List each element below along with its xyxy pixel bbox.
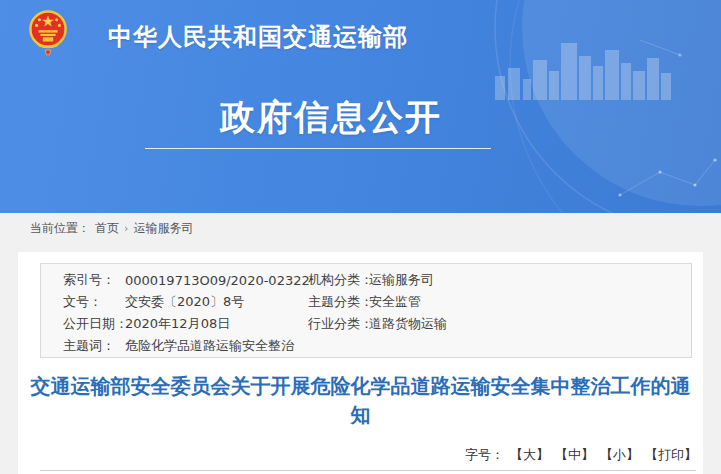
meta-label: 主题词： [63,337,125,355]
meta-value: 2020年12月08日 [125,315,308,333]
meta-value: 交安委〔2020〕8号 [125,293,308,311]
document-title: 交通运输部安全委员会关于开展危险化学品道路运输安全集中整治工作的通知 [29,372,692,430]
banner-title: 政府信息公开 [0,94,662,141]
breadcrumb-link-home[interactable]: 首页 [95,220,119,237]
meta-value: 道路货物运输 [369,315,691,333]
meta-label: 文号： [63,293,125,311]
print-button[interactable]: 【打印】 [645,446,697,464]
site-logo[interactable]: 中华人民共和国交通运输部 [29,7,67,57]
site-name: 中华人民共和国交通运输部 [108,21,408,53]
national-emblem-icon [29,9,67,56]
font-size-label: 字号： [465,446,504,464]
meta-value: 000019713O09/2020-02322 [125,273,308,288]
meta-label: 公开日期： [63,315,125,333]
meta-value: 运输服务司 [369,271,691,289]
table-row: 文号： 交安委〔2020〕8号 主题分类： 安全监管 [41,291,691,313]
meta-label: 机构分类： [308,271,369,289]
meta-value: 危险化学品道路运输安全整治 [125,337,308,355]
site-banner: 中华人民共和国交通运输部 政府信息公开 [0,0,721,213]
meta-label: 索引号： [63,271,125,289]
toolbar-divider [40,470,696,471]
breadcrumb-separator-icon: › [124,222,128,235]
breadcrumb-label: 当前位置： [30,220,90,237]
font-medium-button[interactable]: 【中】 [555,446,594,464]
breadcrumb-current[interactable]: 运输服务司 [133,220,193,237]
font-large-button[interactable]: 【大】 [510,446,549,464]
meta-value: 安全监管 [369,293,691,311]
table-row: 主题词： 危险化学品道路运输安全整治 [41,335,691,357]
font-size-toolbar: 字号： 【大】 【中】 【小】 【打印】 [465,446,697,464]
table-row: 公开日期： 2020年12月08日 行业分类： 道路货物运输 [41,313,691,335]
table-row: 索引号： 000019713O09/2020-02322 机构分类： 运输服务司 [41,269,691,291]
font-small-button[interactable]: 【小】 [600,446,639,464]
meta-label: 主题分类： [308,293,369,311]
meta-table: 索引号： 000019713O09/2020-02322 机构分类： 运输服务司… [40,263,692,358]
breadcrumb: 当前位置： 首页 › 运输服务司 [30,220,193,237]
meta-label: 行业分类： [308,315,369,333]
banner-title-underline [145,148,491,149]
content-card: 索引号： 000019713O09/2020-02322 机构分类： 运输服务司… [18,252,703,474]
